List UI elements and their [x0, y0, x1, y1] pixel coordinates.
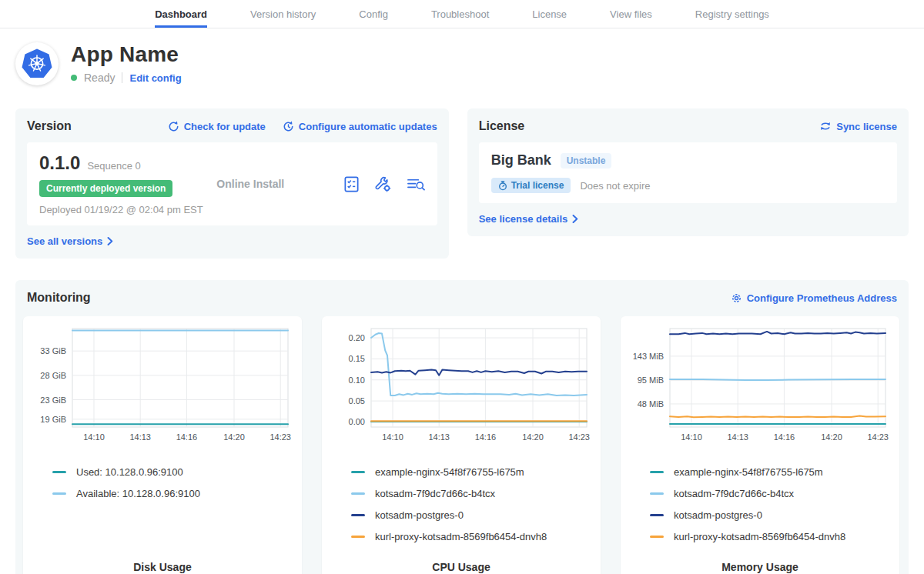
chart-legend: example-nginx-54f8f76755-l675mkotsadm-7f…	[330, 466, 593, 558]
tab-registry-settings[interactable]: Registry settings	[695, 0, 769, 28]
legend-label: kotsadm-postgres-0	[375, 509, 464, 521]
legend-item: kotsadm-postgres-0	[650, 509, 892, 522]
legend-swatch	[650, 471, 664, 473]
legend-swatch	[650, 514, 664, 516]
legend-label: Available: 10.128.0.96:9100	[76, 488, 200, 499]
svg-text:14:23: 14:23	[867, 432, 889, 442]
legend-swatch	[650, 536, 664, 538]
svg-text:14:16: 14:16	[176, 432, 198, 442]
version-number: 0.1.0	[39, 152, 80, 174]
main-content: App Name Ready Edit config Version	[0, 42, 924, 574]
sequence-label: Sequence 0	[87, 160, 140, 172]
tab-license[interactable]: License	[532, 0, 567, 28]
svg-text:14:23: 14:23	[568, 432, 590, 442]
svg-text:0.00: 0.00	[349, 417, 365, 426]
svg-text:28 GiB: 28 GiB	[40, 371, 66, 380]
svg-text:48 MiB: 48 MiB	[638, 399, 664, 409]
deployed-version-card: 0.1.0 Sequence 0 Currently deployed vers…	[27, 142, 437, 225]
legend-item: kotsadm-7f9dc7d66c-b4tcx	[351, 487, 593, 500]
tab-view-files[interactable]: View files	[610, 0, 652, 28]
sync-license-link[interactable]: Sync license	[819, 121, 897, 132]
disk-usage-chart-card: 33 GiB28 GiB23 GiB19 GiB14:1014:1314:161…	[23, 316, 302, 574]
configure-auto-updates-link[interactable]: Configure automatic updates	[283, 121, 437, 132]
configure-prometheus-link[interactable]: Configure Prometheus Address	[731, 292, 897, 304]
divider	[122, 72, 122, 83]
svg-text:95 MiB: 95 MiB	[638, 375, 664, 385]
legend-swatch	[351, 492, 365, 495]
legend-label: kurl-proxy-kotsadm-8569fb6454-dnvh8	[674, 531, 845, 542]
app-logo	[15, 42, 59, 85]
edit-config-link[interactable]: Edit config	[129, 72, 181, 84]
memory-usage-chart-card: 143 MiB95 MiB48 MiB14:1014:1314:1614:201…	[621, 316, 899, 574]
legend-item: example-nginx-54f8f76755-l675m	[351, 466, 593, 479]
svg-text:0.10: 0.10	[349, 375, 365, 385]
monitoring-panel: Monitoring Configure Prometheus Address …	[15, 280, 909, 574]
charts-row: 33 GiB28 GiB23 GiB19 GiB14:1014:1314:161…	[23, 316, 901, 574]
svg-text:14:10: 14:10	[83, 432, 105, 442]
svg-text:14:20: 14:20	[821, 432, 842, 442]
svg-text:23 GiB: 23 GiB	[40, 395, 66, 405]
legend-item: kotsadm-7f9dc7d66c-b4tcx	[650, 487, 892, 500]
legend-label: kotsadm-postgres-0	[674, 509, 762, 521]
legend-swatch	[52, 492, 66, 495]
svg-text:19 GiB: 19 GiB	[40, 415, 66, 424]
check-for-update-link[interactable]: Check for update	[168, 121, 266, 132]
config-wrench-icon[interactable]	[374, 175, 392, 193]
see-license-details-link[interactable]: See license details	[479, 213, 579, 225]
legend-item: example-nginx-54f8f76755-l675m	[650, 466, 892, 479]
trial-license-badge: Trial license	[491, 178, 571, 193]
page-title: App Name	[71, 42, 182, 67]
deploy-logs-icon[interactable]	[406, 175, 425, 193]
deployed-timestamp: Deployed 01/19/22 @ 02:04 pm EST	[39, 204, 216, 215]
chart-plot: 0.200.150.100.050.0014:1014:1314:1614:20…	[330, 324, 593, 446]
legend-label: kotsadm-7f9dc7d66c-b4tcx	[375, 488, 495, 499]
legend-label: example-nginx-54f8f76755-l675m	[375, 466, 524, 478]
svg-text:14:13: 14:13	[129, 432, 151, 442]
tab-config[interactable]: Config	[359, 0, 388, 28]
install-type-label: Online Install	[216, 178, 342, 190]
legend-label: kurl-proxy-kotsadm-8569fb6454-dnvh8	[375, 531, 547, 542]
svg-text:14:23: 14:23	[270, 432, 291, 442]
refresh-icon	[168, 121, 179, 132]
chart-legend: Used: 10.128.0.96:9100Available: 10.128.…	[31, 466, 294, 558]
svg-text:14:20: 14:20	[223, 432, 245, 442]
tab-version-history[interactable]: Version history	[250, 0, 316, 28]
legend-item: kurl-proxy-kotsadm-8569fb6454-dnvh8	[650, 530, 892, 543]
chart-title: Disk Usage	[31, 561, 294, 573]
legend-label: kotsadm-7f9dc7d66c-b4tcx	[674, 488, 794, 499]
cpu-usage-chart-card: 0.200.150.100.050.0014:1014:1314:1614:20…	[322, 316, 601, 574]
chart-plot: 143 MiB95 MiB48 MiB14:1014:1314:1614:201…	[628, 324, 892, 446]
version-title: Version	[27, 119, 72, 133]
channel-badge: Unstable	[561, 153, 612, 169]
legend-swatch	[52, 471, 66, 473]
expiry-label: Does not expire	[580, 180, 650, 192]
tab-troubleshoot[interactable]: Troubleshoot	[431, 0, 489, 28]
svg-text:0.20: 0.20	[349, 333, 365, 342]
preflight-checks-icon[interactable]	[343, 175, 360, 193]
auto-update-clock-icon	[283, 121, 294, 132]
version-panel: Version Check for update	[15, 108, 449, 259]
customer-name: Big Bank	[491, 152, 551, 169]
chart-legend: example-nginx-54f8f76755-l675mkotsadm-7f…	[628, 466, 892, 558]
tab-dashboard[interactable]: Dashboard	[155, 0, 207, 28]
top-nav: DashboardVersion historyConfigTroublesho…	[0, 0, 924, 28]
svg-text:143 MiB: 143 MiB	[633, 352, 664, 361]
stopwatch-icon	[498, 181, 507, 191]
legend-item: Used: 10.128.0.96:9100	[52, 466, 294, 479]
legend-label: Used: 10.128.0.96:9100	[76, 466, 183, 478]
app-header: App Name Ready Edit config	[15, 42, 909, 85]
gear-icon	[731, 292, 742, 304]
chevron-right-icon	[107, 237, 113, 245]
legend-swatch	[351, 536, 365, 538]
legend-swatch	[351, 471, 365, 473]
legend-swatch	[351, 514, 365, 516]
svg-text:14:16: 14:16	[774, 432, 795, 442]
kubernetes-icon	[22, 48, 52, 79]
currently-deployed-badge: Currently deployed version	[39, 180, 172, 197]
svg-text:14:13: 14:13	[428, 432, 450, 442]
svg-text:14:20: 14:20	[522, 432, 544, 442]
chevron-right-icon	[572, 215, 578, 223]
svg-text:33 GiB: 33 GiB	[40, 346, 66, 355]
see-all-versions-link[interactable]: See all versions	[27, 235, 113, 247]
license-card: Big Bank Unstable Trial license Does not…	[479, 142, 897, 203]
